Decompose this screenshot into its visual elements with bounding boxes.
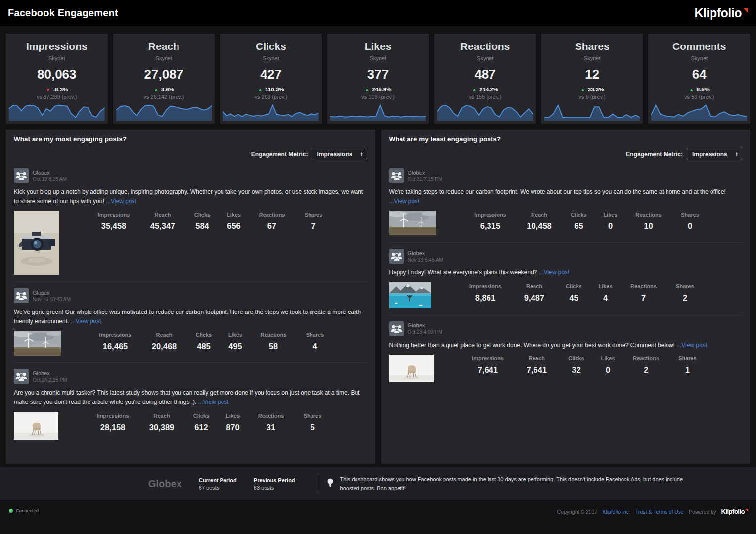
metric-label: Reach [141, 332, 187, 338]
view-post-link[interactable]: ...View post [71, 318, 101, 325]
metric-value: 870 [218, 423, 248, 432]
metric-value: 28,158 [87, 423, 138, 432]
kpi-row: Impressions Skynet 80,063 ▼ -8.3% vs 87,… [6, 34, 750, 124]
engagement-metric-select[interactable]: Impressions ▲▼ [312, 148, 367, 160]
post-header: Globex Nov 13 5:45 AM [389, 249, 743, 264]
sparkline-chart [116, 102, 212, 121]
kpi-subtitle: Skynet [327, 55, 429, 61]
metric-value: 4 [296, 342, 334, 351]
post-metrics: Impressions8,861Reach9,487Clicks45Likes4… [460, 283, 704, 303]
summary-bar: Globex Current Period 67 posts Previous … [0, 467, 756, 500]
post-body: Impressions7,641Reach7,641Clicks32Likes0… [389, 355, 743, 382]
delta-percent: 214.2% [479, 87, 498, 92]
metric-label: Impressions [89, 332, 141, 338]
view-post-link[interactable]: ...View post [198, 399, 229, 405]
metric-label: Reactions [249, 212, 295, 218]
kpi-previous-value: vs 9 (prev.) [541, 94, 643, 100]
metric-value: 32 [560, 365, 593, 375]
company-link[interactable]: Klipfolio Inc. [602, 509, 630, 515]
metric-shares: Shares7 [295, 212, 332, 231]
post-header: Globex Nov 16 10:45 AM [14, 288, 367, 303]
post-text: Kick your blog up a notch by adding uniq… [14, 187, 367, 206]
current-period-value: 67 posts [199, 485, 237, 490]
post-thumbnail-camera [14, 211, 59, 275]
metric-value: 16,465 [89, 342, 141, 351]
kpi-delta: ▲ 110.3% [220, 87, 322, 92]
metric-value: 7 [621, 293, 667, 303]
metric-value: 495 [220, 342, 251, 351]
group-avatar-icon [389, 249, 404, 264]
metric-likes: Likes656 [219, 212, 249, 231]
posts-list: Globex Oct 19 8:15 AM Kick your blog up … [14, 162, 367, 446]
metric-value: 9,487 [511, 293, 558, 303]
kpi-value: 12 [541, 67, 643, 82]
metric-value: 0 [595, 222, 626, 231]
view-post-link[interactable]: ...View post [676, 342, 707, 349]
metric-likes: Likes4 [590, 283, 621, 303]
metric-label: Reach [514, 356, 560, 361]
post-text: We've gone green! Our whole office was m… [14, 308, 367, 326]
post-author: Globex [33, 290, 71, 296]
view-post-link[interactable]: ...View post [389, 198, 420, 205]
metric-value: 6,315 [465, 222, 516, 231]
post-metrics: Impressions35,458Reach45,347Clicks584Lik… [88, 212, 332, 231]
terms-link[interactable]: Trust & Terms of Use [635, 509, 684, 515]
kpi-title: Clicks [220, 41, 322, 52]
delta-percent: 33.3% [588, 87, 604, 92]
kpi-subtitle: Skynet [220, 55, 322, 61]
chevron-updown-icon: ▲▼ [735, 152, 738, 157]
post-header: Globex Oct 31 7:15 PM [389, 168, 743, 183]
metric-label: Reach [138, 413, 185, 419]
metric-label: Impressions [88, 212, 139, 218]
metric-value: 2 [667, 293, 704, 303]
delta-arrow-icon: ▼ [45, 87, 50, 92]
post-author: Globex [408, 322, 442, 328]
metric-label: Clicks [563, 212, 595, 218]
metric-label: Reach [139, 212, 186, 218]
kpi-delta: ▲ 33.3% [541, 87, 643, 92]
metric-label: Likes [218, 413, 248, 419]
view-post-link[interactable]: ...View post [539, 269, 570, 276]
metric-label: Reactions [621, 283, 667, 289]
post-date: Nov 16 10:45 AM [33, 297, 71, 302]
post-header: Globex Oct 26 2:15 PM [14, 369, 367, 384]
sparkline-chart [437, 102, 533, 121]
metric-value: 485 [187, 342, 220, 351]
post-thumbnail-chair [389, 355, 434, 382]
kpi-delta: ▲ 214.2% [434, 87, 536, 92]
delta-arrow-icon: ▲ [472, 87, 477, 92]
kpi-card: Impressions Skynet 80,063 ▼ -8.3% vs 87,… [6, 34, 108, 124]
delta-percent: 8.5% [697, 87, 710, 92]
metric-label: Impressions [460, 283, 511, 289]
metric-reach: Reach7,641 [514, 356, 560, 375]
copyright-text: Copyright © 2017 [557, 509, 598, 515]
post-date: Oct 23 4:03 PM [408, 329, 442, 335]
page-title: Facebook Engagement [8, 7, 118, 19]
posts-list: Globex Oct 31 7:15 PM We're taking steps… [389, 162, 743, 389]
post-item: Globex Oct 26 2:15 PM Are you a chronic … [14, 362, 367, 446]
kpi-title: Impressions [6, 41, 108, 52]
metric-clicks: Clicks612 [185, 413, 218, 432]
klipfolio-logo: Klipfolio [695, 6, 748, 20]
metric-label: Likes [593, 356, 623, 361]
kpi-card: Comments Skynet 64 ▲ 8.5% vs 59 (prev.) [648, 34, 750, 124]
sparkline-chart [330, 102, 426, 121]
metric-label: Reach [511, 283, 558, 289]
post-date: Nov 13 5:45 AM [408, 257, 443, 263]
kpi-title: Likes [327, 41, 429, 52]
metric-label: Shares [671, 212, 709, 218]
metric-value: 10,458 [516, 222, 563, 231]
post-metrics: Impressions16,465Reach20,468Clicks485Lik… [89, 332, 334, 351]
view-post-link[interactable]: ...View post [106, 198, 136, 205]
metric-label: Shares [295, 212, 332, 218]
delta-arrow-icon: ▲ [689, 87, 694, 92]
engagement-metric-select[interactable]: Impressions ▲▼ [687, 148, 742, 160]
post-author: Globex [408, 250, 443, 256]
metric-impressions: Impressions6,315 [465, 212, 516, 231]
metric-label: Clicks [560, 356, 593, 361]
kpi-subtitle: Skynet [648, 55, 750, 61]
group-avatar-icon [14, 288, 29, 303]
logo-text: Klipfolio [721, 508, 745, 515]
group-avatar-icon [14, 369, 29, 384]
metric-value: 7,641 [514, 365, 560, 375]
